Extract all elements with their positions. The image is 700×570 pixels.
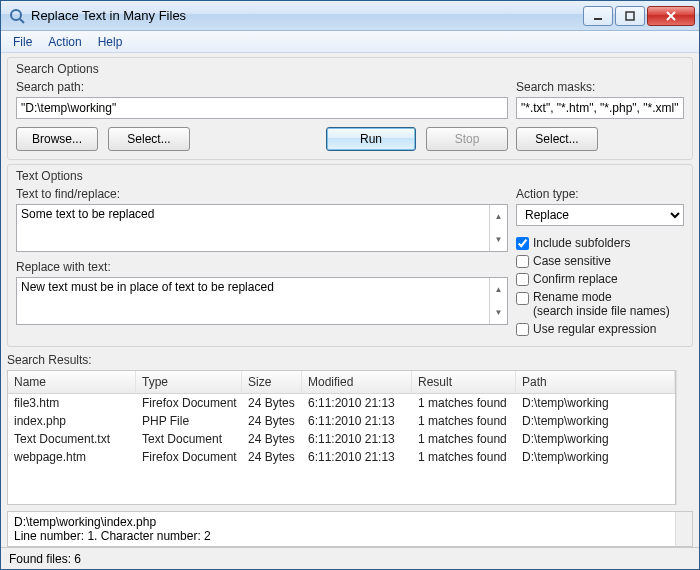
search-path-input[interactable] — [16, 97, 508, 119]
search-masks-label: Search masks: — [516, 80, 684, 94]
text-options-group: Text Options Text to find/replace: Some … — [7, 164, 693, 347]
browse-button[interactable]: Browse... — [16, 127, 98, 151]
svg-point-0 — [11, 10, 21, 20]
cell-type: Text Document — [136, 431, 242, 447]
select-path-button[interactable]: Select... — [108, 127, 190, 151]
status-found: Found files: 6 — [9, 552, 81, 566]
select-masks-button[interactable]: Select... — [516, 127, 598, 151]
cell-path: D:\temp\working — [516, 449, 675, 465]
case-sensitive-check[interactable]: Case sensitive — [516, 254, 684, 268]
app-window: Replace Text in Many Files File Action H… — [0, 0, 700, 570]
find-label: Text to find/replace: — [16, 187, 508, 201]
menu-help[interactable]: Help — [90, 33, 131, 51]
minimize-button[interactable] — [583, 6, 613, 26]
statusbar: Found files: 6 — [1, 547, 699, 569]
table-row[interactable]: file3.htmFirefox Document24 Bytes6:11:20… — [8, 394, 675, 412]
table-row[interactable]: index.phpPHP File24 Bytes6:11:2010 21:13… — [8, 412, 675, 430]
cell-size: 24 Bytes — [242, 431, 302, 447]
cell-result: 1 matches found — [412, 431, 516, 447]
action-type-select[interactable]: Replace — [516, 204, 684, 226]
replace-spin-up[interactable]: ▲ — [489, 278, 507, 301]
text-options-title: Text Options — [16, 169, 684, 183]
use-regex-check[interactable]: Use regular expression — [516, 322, 684, 336]
search-masks-input[interactable] — [516, 97, 684, 119]
app-icon — [9, 8, 25, 24]
cell-modified: 6:11:2010 21:13 — [302, 449, 412, 465]
search-path-label: Search path: — [16, 80, 508, 94]
maximize-button[interactable] — [615, 6, 645, 26]
stop-button[interactable]: Stop — [426, 127, 508, 151]
menu-action[interactable]: Action — [40, 33, 89, 51]
cell-size: 24 Bytes — [242, 449, 302, 465]
confirm-replace-check[interactable]: Confirm replace — [516, 272, 684, 286]
results-table[interactable]: Name Type Size Modified Result Path file… — [7, 370, 676, 505]
replace-text-wrap: New text must be in place of text to be … — [16, 277, 508, 325]
cell-name: index.php — [8, 413, 136, 429]
titlebar[interactable]: Replace Text in Many Files — [1, 1, 699, 31]
replace-label: Replace with text: — [16, 260, 508, 274]
table-row[interactable]: webpage.htmFirefox Document24 Bytes6:11:… — [8, 448, 675, 466]
cell-name: webpage.htm — [8, 449, 136, 465]
cell-result: 1 matches found — [412, 413, 516, 429]
col-type[interactable]: Type — [136, 371, 242, 393]
cell-modified: 6:11:2010 21:13 — [302, 413, 412, 429]
action-type-label: Action type: — [516, 187, 684, 201]
window-title: Replace Text in Many Files — [31, 8, 583, 23]
cell-result: 1 matches found — [412, 449, 516, 465]
cell-name: Text Document.txt — [8, 431, 136, 447]
cell-modified: 6:11:2010 21:13 — [302, 395, 412, 411]
cell-type: Firefox Document — [136, 449, 242, 465]
include-subfolders-check[interactable]: Include subfolders — [516, 236, 684, 250]
cell-path: D:\temp\working — [516, 413, 675, 429]
table-row[interactable]: Text Document.txtText Document24 Bytes6:… — [8, 430, 675, 448]
search-results: Search Results: Name Type Size Modified … — [7, 353, 693, 505]
col-size[interactable]: Size — [242, 371, 302, 393]
close-button[interactable] — [647, 6, 695, 26]
find-spin-down[interactable]: ▼ — [489, 228, 507, 251]
col-name[interactable]: Name — [8, 371, 136, 393]
find-spin-up[interactable]: ▲ — [489, 205, 507, 228]
svg-line-1 — [20, 19, 24, 23]
cell-size: 24 Bytes — [242, 395, 302, 411]
cell-size: 24 Bytes — [242, 413, 302, 429]
results-scrollbar[interactable] — [676, 370, 693, 505]
rename-mode-check[interactable]: Rename mode(search inside file names) — [516, 290, 684, 318]
replace-spin-down[interactable]: ▼ — [489, 301, 507, 324]
menu-file[interactable]: File — [5, 33, 40, 51]
detail-scrollbar[interactable] — [675, 512, 692, 546]
cell-result: 1 matches found — [412, 395, 516, 411]
detail-position: Line number: 1. Character number: 2 — [14, 529, 675, 543]
cell-type: PHP File — [136, 413, 242, 429]
cell-modified: 6:11:2010 21:13 — [302, 431, 412, 447]
menubar: File Action Help — [1, 31, 699, 53]
detail-panel: D:\temp\working\index.php Line number: 1… — [7, 511, 693, 547]
svg-rect-3 — [626, 12, 634, 20]
table-header[interactable]: Name Type Size Modified Result Path — [8, 371, 675, 394]
cell-path: D:\temp\working — [516, 395, 675, 411]
cell-type: Firefox Document — [136, 395, 242, 411]
find-text-wrap: Some text to be replaced ▲▼ — [16, 204, 508, 252]
col-modified[interactable]: Modified — [302, 371, 412, 393]
find-textarea[interactable]: Some text to be replaced — [17, 205, 489, 251]
col-result[interactable]: Result — [412, 371, 516, 393]
content: Search Options Search path: Browse... Se… — [1, 53, 699, 569]
search-options-title: Search Options — [16, 62, 684, 76]
replace-textarea[interactable]: New text must be in place of text to be … — [17, 278, 489, 324]
run-button[interactable]: Run — [326, 127, 416, 151]
results-title: Search Results: — [7, 353, 693, 367]
cell-name: file3.htm — [8, 395, 136, 411]
detail-path: D:\temp\working\index.php — [14, 515, 675, 529]
search-options-group: Search Options Search path: Browse... Se… — [7, 57, 693, 160]
cell-path: D:\temp\working — [516, 431, 675, 447]
col-path[interactable]: Path — [516, 371, 675, 393]
